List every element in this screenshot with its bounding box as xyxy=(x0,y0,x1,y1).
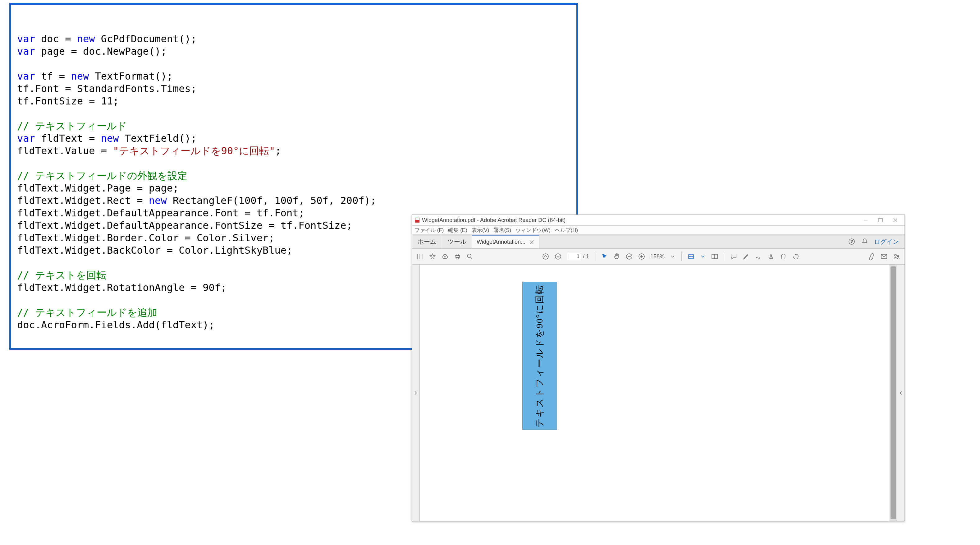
svg-rect-28 xyxy=(769,257,773,258)
svg-rect-30 xyxy=(881,254,887,259)
svg-rect-10 xyxy=(417,254,423,259)
svg-text:?: ? xyxy=(851,239,853,244)
text-field-widget[interactable]: テキストフィールドを90°に回転 xyxy=(522,282,557,430)
highlight-icon[interactable] xyxy=(742,253,750,260)
code-token: fldText.Widget.Border.Color = Color.Silv… xyxy=(17,232,274,244)
code-token: new xyxy=(77,33,95,45)
code-token: page = doc.NewPage(); xyxy=(35,45,167,57)
document-viewer: テキストフィールドを90°に回転 xyxy=(412,265,905,521)
code-token: fldText.Widget.DefaultAppearance.Font = … xyxy=(17,207,304,219)
tab-close-icon[interactable] xyxy=(528,239,535,245)
chevron-right-icon xyxy=(413,390,419,396)
code-token: fldText.Widget.DefaultAppearance.FontSiz… xyxy=(17,220,352,231)
fit-dropdown-icon[interactable] xyxy=(700,253,706,260)
code-token: "テキストフィールドを90°に回転" xyxy=(113,145,275,157)
rotate-icon[interactable] xyxy=(792,253,799,260)
tab-home-label: ホーム xyxy=(418,237,436,246)
bell-icon[interactable] xyxy=(861,238,869,245)
delete-icon[interactable] xyxy=(780,253,787,260)
share-people-icon[interactable] xyxy=(892,253,900,260)
code-token: ; xyxy=(275,145,281,157)
stamp-icon[interactable] xyxy=(767,253,775,260)
svg-rect-13 xyxy=(456,254,459,255)
zoom-in-icon[interactable] xyxy=(638,253,645,260)
zoom-value[interactable]: 158% xyxy=(650,253,665,260)
code-token: // テキストを回転 xyxy=(17,269,106,281)
window-minimize-button[interactable] xyxy=(859,215,873,225)
comment-icon[interactable] xyxy=(730,253,737,260)
code-token: // テキストフィールドを追加 xyxy=(17,306,157,318)
sign-icon[interactable] xyxy=(755,253,762,260)
help-icon[interactable]: ? xyxy=(848,238,855,245)
menu-item[interactable]: ウィンドウ(W) xyxy=(515,227,550,234)
right-panel-expand[interactable] xyxy=(897,265,905,521)
search-icon[interactable] xyxy=(466,253,474,260)
svg-point-17 xyxy=(543,254,549,259)
sidebar-toggle-icon[interactable] xyxy=(416,253,424,260)
code-token: doc = xyxy=(35,33,77,45)
svg-point-32 xyxy=(897,255,899,257)
code-token: // テキストフィールド xyxy=(17,120,127,132)
page-down-icon[interactable] xyxy=(554,253,562,260)
window-title: WidgetAnnotation.pdf - Adobe Acrobat Rea… xyxy=(422,217,565,223)
email-icon[interactable] xyxy=(880,253,888,260)
page-up-icon[interactable] xyxy=(542,253,549,260)
tab-document-label: WidgetAnnotation... xyxy=(477,239,525,245)
code-token: fldText.Widget.Rect = xyxy=(17,194,149,206)
fit-width-icon[interactable] xyxy=(687,253,695,260)
code-token: fldText.Widget.Page = page; xyxy=(17,182,179,194)
code-token: tf = xyxy=(35,70,71,82)
chevron-left-icon xyxy=(898,390,904,396)
code-token: var xyxy=(17,132,35,144)
menu-item[interactable]: 編集 (E) xyxy=(448,227,467,234)
menu-item[interactable]: 署名(S) xyxy=(494,227,511,234)
code-token: var xyxy=(17,70,35,82)
window-maximize-button[interactable] xyxy=(873,215,888,225)
code-token: tf.FontSize = 11; xyxy=(17,95,119,107)
menu-item[interactable]: ヘルプ(H) xyxy=(555,227,578,234)
code-token: GcPdfDocument(); xyxy=(95,33,197,45)
print-icon[interactable] xyxy=(453,253,461,260)
code-token: doc.AcroForm.Fields.Add(fldText); xyxy=(17,319,215,331)
hand-pan-icon[interactable] xyxy=(613,253,620,260)
menu-item[interactable]: ファイル (F) xyxy=(415,227,444,234)
code-token: fldText.Widget.BackColor = Color.LightSk… xyxy=(17,244,293,256)
tab-tools[interactable]: ツール xyxy=(442,235,472,249)
cursor-select-icon[interactable] xyxy=(601,253,608,260)
login-button[interactable]: ログイン xyxy=(874,237,899,246)
zoom-out-icon[interactable] xyxy=(625,253,633,260)
cloud-upload-icon[interactable] xyxy=(441,253,449,260)
page-total: / 1 xyxy=(583,253,589,260)
code-token: fldText.Value = xyxy=(17,145,113,157)
code-token: TextFormat(); xyxy=(89,70,173,82)
code-token: tf.Font = StandardFonts.Times; xyxy=(17,83,197,94)
scrollbar-thumb[interactable] xyxy=(891,266,896,519)
code-token: fldText.Widget.RotationAngle = 90f; xyxy=(17,282,226,293)
text-field-value: テキストフィールドを90°に回転 xyxy=(533,284,546,427)
read-mode-icon[interactable] xyxy=(711,253,718,260)
zoom-dropdown-icon[interactable] xyxy=(670,253,676,260)
code-token: // テキストフィールドの外観を設定 xyxy=(17,170,187,182)
share-link-icon[interactable] xyxy=(868,253,875,260)
svg-rect-3 xyxy=(879,218,883,222)
code-token: new xyxy=(149,194,167,206)
svg-point-18 xyxy=(555,254,561,259)
code-token: new xyxy=(71,70,89,82)
acrobat-reader-window: WidgetAnnotation.pdf - Adobe Acrobat Rea… xyxy=(412,215,905,521)
pdf-file-icon xyxy=(415,217,420,223)
menu-item[interactable]: 表示(V) xyxy=(472,227,489,234)
tab-document[interactable]: WidgetAnnotation... xyxy=(472,235,539,249)
left-nav-expand[interactable] xyxy=(412,265,420,521)
svg-rect-1 xyxy=(415,220,420,223)
code-token: RectangleF(100f, 100f, 50f, 200f); xyxy=(167,194,376,206)
pdf-page[interactable]: テキストフィールドを90°に回転 xyxy=(420,265,889,521)
window-close-button[interactable] xyxy=(888,215,903,225)
svg-point-31 xyxy=(894,254,896,256)
star-icon[interactable] xyxy=(429,253,436,260)
code-token: TextField(); xyxy=(119,132,197,144)
page-number-input[interactable] xyxy=(567,253,581,260)
tab-home[interactable]: ホーム xyxy=(412,235,442,249)
svg-point-15 xyxy=(467,254,471,258)
vertical-scrollbar[interactable] xyxy=(889,265,897,521)
code-token: fldText = xyxy=(35,132,101,144)
